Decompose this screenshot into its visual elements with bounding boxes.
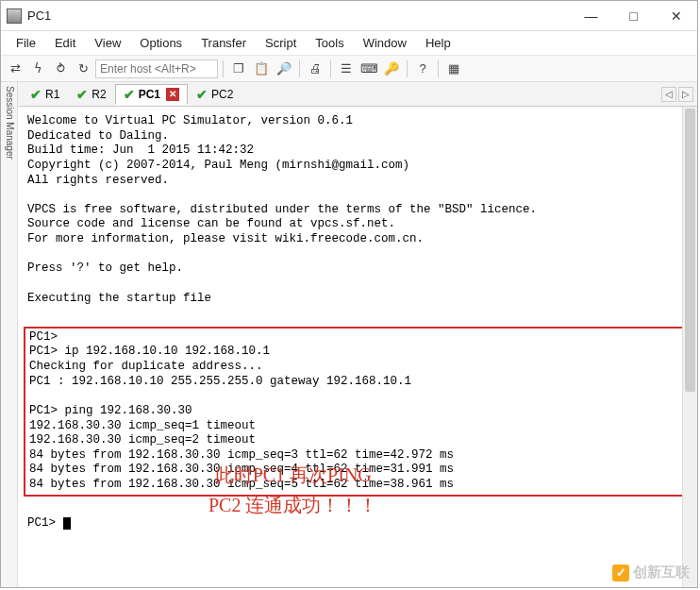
tab-strip: ✔ R1 ✔ R2 ✔ PC1 ✕ ✔ PC2 ◁ ▷ bbox=[18, 82, 697, 107]
tab-r1[interactable]: ✔ R1 bbox=[22, 84, 68, 105]
emulation-icon[interactable]: ⌨ bbox=[358, 59, 379, 79]
menu-file[interactable]: File bbox=[7, 33, 45, 53]
terminal-intro-text: Welcome to Virtual PC Simulator, version… bbox=[27, 114, 537, 305]
tab-nav-right-icon[interactable]: ▷ bbox=[678, 87, 693, 102]
toggle-icon[interactable]: ⥁ bbox=[50, 59, 71, 79]
check-icon: ✔ bbox=[76, 88, 88, 101]
cursor-icon bbox=[63, 517, 71, 530]
tab-label: R2 bbox=[92, 88, 106, 101]
print-icon[interactable]: 🖨 bbox=[305, 59, 325, 79]
vertical-scrollbar[interactable] bbox=[682, 107, 697, 587]
key-icon[interactable]: 🔑 bbox=[381, 59, 402, 79]
menu-transfer[interactable]: Transfer bbox=[192, 33, 256, 53]
terminal-prompt: PC1> bbox=[27, 516, 63, 530]
separator bbox=[299, 60, 300, 77]
tab-nav: ◁ ▷ bbox=[661, 87, 693, 102]
annotation-line2: PC2 连通成功！！！ bbox=[208, 490, 377, 520]
annotation-line1: 此时PC1 再次PING bbox=[208, 460, 377, 490]
watermark-icon bbox=[612, 565, 629, 582]
tab-close-icon[interactable]: ✕ bbox=[166, 88, 179, 101]
separator bbox=[223, 60, 224, 77]
reconnect-icon[interactable]: ↻ bbox=[73, 59, 93, 79]
menu-help[interactable]: Help bbox=[416, 33, 460, 53]
menu-options[interactable]: Options bbox=[130, 33, 192, 53]
menu-bar: File Edit View Options Transfer Script T… bbox=[1, 31, 697, 56]
minimize-button[interactable]: — bbox=[570, 1, 612, 30]
session-manager-label: Session Manager bbox=[5, 86, 15, 160]
menu-window[interactable]: Window bbox=[354, 33, 416, 53]
menu-script[interactable]: Script bbox=[256, 33, 306, 53]
check-icon: ✔ bbox=[196, 88, 208, 101]
lightning-icon[interactable]: ϟ bbox=[27, 59, 48, 79]
watermark: 创新互联 bbox=[612, 564, 690, 582]
tab-label: PC2 bbox=[211, 88, 233, 101]
tab-nav-left-icon[interactable]: ◁ bbox=[661, 87, 676, 102]
menu-tools[interactable]: Tools bbox=[306, 33, 353, 53]
separator bbox=[438, 60, 439, 77]
window-controls: — □ ✕ bbox=[570, 1, 697, 30]
window-title: PC1 bbox=[27, 8, 570, 23]
tab-pc1[interactable]: ✔ PC1 ✕ bbox=[115, 84, 188, 105]
check-icon: ✔ bbox=[124, 88, 135, 101]
menu-view[interactable]: View bbox=[85, 33, 130, 53]
window-list-icon[interactable]: ▦ bbox=[443, 59, 464, 79]
maximize-button[interactable]: □ bbox=[612, 1, 655, 30]
tab-r2[interactable]: ✔ R2 bbox=[68, 84, 114, 105]
close-button[interactable]: ✕ bbox=[655, 1, 697, 30]
help-icon[interactable]: ? bbox=[412, 59, 433, 79]
tab-pc2[interactable]: ✔ PC2 bbox=[188, 84, 242, 105]
scroll-thumb[interactable] bbox=[685, 109, 695, 392]
tab-label: PC1 bbox=[139, 88, 160, 101]
toolbar: ⇄ ϟ ⥁ ↻ ❐ 📋 🔎 🖨 ☰ ⌨ 🔑 ? ▦ bbox=[1, 56, 697, 82]
host-input[interactable] bbox=[95, 59, 218, 78]
menu-edit[interactable]: Edit bbox=[45, 33, 85, 53]
copy-icon[interactable]: ❐ bbox=[228, 59, 249, 79]
app-icon bbox=[7, 8, 22, 24]
watermark-text: 创新互联 bbox=[633, 564, 690, 582]
check-icon: ✔ bbox=[30, 88, 42, 101]
paste-icon[interactable]: 📋 bbox=[251, 59, 272, 79]
tab-label: R1 bbox=[45, 88, 59, 101]
session-manager-rail[interactable]: Session Manager bbox=[1, 82, 18, 587]
separator bbox=[407, 60, 408, 77]
titlebar: PC1 — □ ✕ bbox=[1, 1, 697, 31]
separator bbox=[330, 60, 331, 77]
properties-icon[interactable]: ☰ bbox=[336, 59, 357, 79]
app-window: PC1 — □ ✕ File Edit View Options Transfe… bbox=[0, 0, 698, 588]
connect-icon[interactable]: ⇄ bbox=[5, 59, 25, 79]
find-icon[interactable]: 🔎 bbox=[274, 59, 294, 79]
annotation-overlay: 此时PC1 再次PING PC2 连通成功！！！ bbox=[208, 460, 377, 520]
